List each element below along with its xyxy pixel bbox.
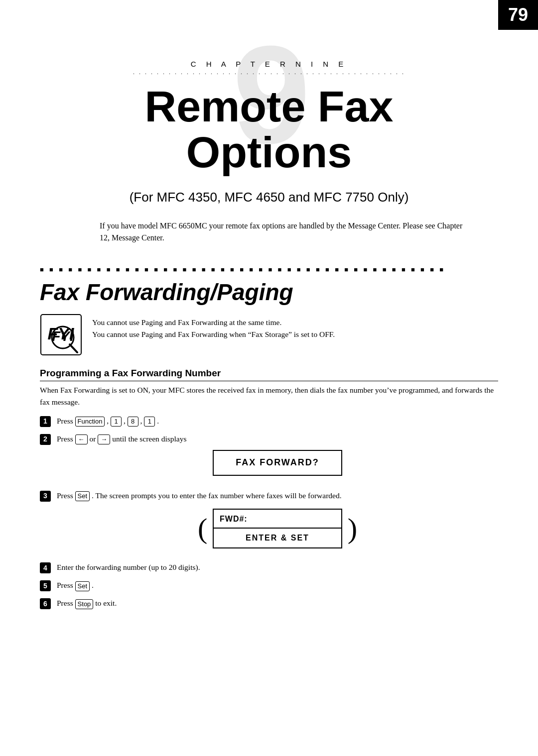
lcd-fax-forward: FAX FORWARD? bbox=[57, 450, 498, 476]
step-4-content: Enter the forwarding number (up to 20 di… bbox=[57, 561, 498, 573]
page: 79 9 C H A P T E R N I N E · · · · · · ·… bbox=[0, 0, 538, 756]
dots-divider bbox=[40, 258, 498, 262]
key-function: Function bbox=[75, 417, 105, 427]
section-title: Fax Forwarding/Paging bbox=[40, 279, 498, 306]
step-6-number: 6 bbox=[40, 598, 51, 609]
main-title-line1: Remote Fax bbox=[145, 82, 394, 131]
step-1-press-label: Press bbox=[57, 417, 75, 425]
step-1-comma2: , bbox=[124, 417, 128, 425]
chapter-dots: · · · · · · · · · · · · · · · · · · · · … bbox=[40, 70, 498, 78]
lcd-fax-forward-text: FAX FORWARD? bbox=[213, 450, 342, 476]
step-4-number: 4 bbox=[40, 562, 51, 573]
step-5-number: 5 bbox=[40, 580, 51, 591]
chapter-label: C H A P T E R N I N E bbox=[40, 60, 498, 68]
fwd-display-wrapper: ( FWD#: ENTER & SET ) bbox=[198, 509, 357, 549]
fwd-bottom-text: ENTER & SET bbox=[214, 529, 341, 548]
steps-list: 1 Press Function , 1 , 8 , 1 . 2 Press bbox=[40, 415, 498, 610]
key-set-3: Set bbox=[75, 491, 90, 501]
fyi-text: You cannot use Paging and Fax Forwarding… bbox=[92, 314, 335, 340]
step-4-text: Enter the forwarding number (up to 20 di… bbox=[57, 563, 200, 571]
step-6: 6 Press Stop to exit. bbox=[40, 597, 498, 609]
step-6-content: Press Stop to exit. bbox=[57, 597, 498, 609]
key-8: 8 bbox=[128, 417, 138, 427]
step-2: 2 Press ← or → until the screen displays… bbox=[40, 433, 498, 484]
key-1a: 1 bbox=[111, 417, 122, 427]
fyi-icon: FYI FYI bbox=[40, 314, 82, 356]
step-5-period: . bbox=[92, 581, 94, 589]
step-5-press-label: Press bbox=[57, 581, 75, 589]
fwd-display-inner: FWD#: ENTER & SET bbox=[213, 509, 342, 549]
key-stop: Stop bbox=[75, 599, 94, 609]
step-1-number: 1 bbox=[40, 416, 51, 427]
step-4: 4 Enter the forwarding number (up to 20 … bbox=[40, 561, 498, 573]
fyi-line2: You cannot use Paging and Fax Forwarding… bbox=[92, 330, 335, 338]
svg-text:FYI: FYI bbox=[52, 328, 74, 344]
key-right-arrow: → bbox=[98, 434, 110, 444]
step-3-content: Press Set . The screen prompts you to en… bbox=[57, 490, 498, 556]
step-3-rest: . The screen prompts you to enter the fa… bbox=[92, 491, 342, 500]
body-text: When Fax Forwarding is set to ON, your M… bbox=[40, 384, 498, 408]
content: C H A P T E R N I N E · · · · · · · · · … bbox=[40, 60, 498, 609]
step-1-comma3: , bbox=[140, 417, 144, 425]
step-5: 5 Press Set . bbox=[40, 579, 498, 591]
key-set-5: Set bbox=[75, 581, 90, 591]
subtitle: (For MFC 4350, MFC 4650 and MFC 7750 Onl… bbox=[40, 190, 498, 205]
page-number-badge: 79 bbox=[498, 0, 538, 30]
step-1-period: . bbox=[157, 417, 159, 425]
step-3-press-label: Press bbox=[57, 491, 75, 500]
step-6-press-label: Press bbox=[57, 599, 75, 607]
fwd-top-text: FWD#: bbox=[214, 510, 341, 529]
step-3: 3 Press Set . The screen prompts you to … bbox=[40, 490, 498, 556]
step-1-comma1: , bbox=[107, 417, 111, 425]
main-title: Remote Fax Options bbox=[40, 84, 498, 176]
main-title-line2: Options bbox=[186, 127, 352, 177]
info-paragraph: If you have model MFC 6650MC your remote… bbox=[100, 220, 468, 244]
step-6-rest: to exit. bbox=[95, 599, 117, 607]
step-1-content: Press Function , 1 , 8 , 1 . bbox=[57, 415, 498, 427]
fyi-line1: You cannot use Paging and Fax Forwarding… bbox=[92, 318, 281, 326]
bracket-right: ) bbox=[348, 514, 357, 543]
step-2-number: 2 bbox=[40, 434, 51, 445]
step-2-press-label: Press bbox=[57, 434, 75, 443]
step-5-content: Press Set . bbox=[57, 579, 498, 591]
step-2-content: Press ← or → until the screen displays F… bbox=[57, 433, 498, 484]
step-1: 1 Press Function , 1 , 8 , 1 . bbox=[40, 415, 498, 427]
key-left-arrow: ← bbox=[75, 434, 88, 444]
step-2-rest: until the screen displays bbox=[112, 434, 186, 443]
section-dots: ■ ■ ■ ■ ■ ■ ■ ■ ■ ■ ■ ■ ■ ■ ■ ■ ■ ■ ■ ■ … bbox=[40, 266, 498, 274]
subsection-title: Programming a Fax Forwarding Number bbox=[40, 368, 498, 381]
bracket-left: ( bbox=[198, 514, 207, 543]
fyi-block: FYI FYI You cannot use Paging and Fax Fo… bbox=[40, 314, 498, 356]
step-2-or: or bbox=[89, 434, 98, 443]
step-3-number: 3 bbox=[40, 491, 51, 502]
key-1b: 1 bbox=[144, 417, 155, 427]
